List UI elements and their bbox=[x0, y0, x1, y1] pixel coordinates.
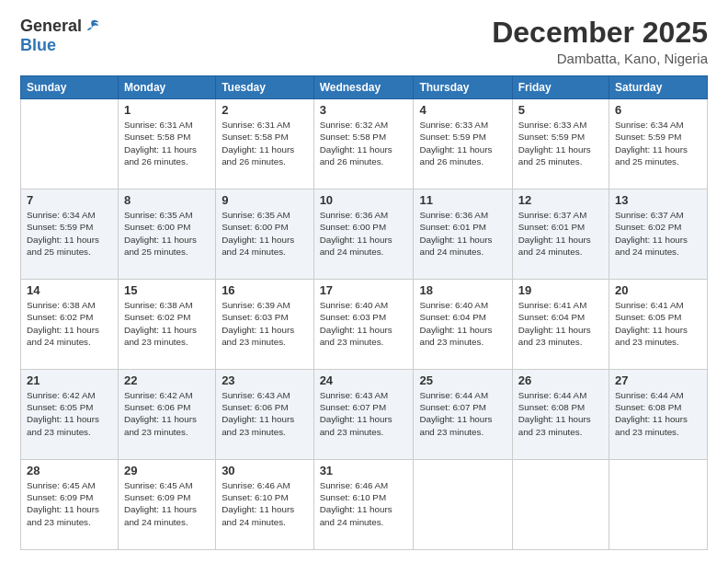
day-info: Sunrise: 6:36 AMSunset: 6:01 PMDaylight:… bbox=[419, 209, 506, 258]
calendar-day-header: Monday bbox=[118, 76, 215, 99]
day-info: Sunrise: 6:37 AMSunset: 6:02 PMDaylight:… bbox=[615, 209, 701, 258]
logo-bird-icon bbox=[84, 18, 100, 35]
day-info: Sunrise: 6:35 AMSunset: 6:00 PMDaylight:… bbox=[222, 209, 308, 258]
calendar-cell: 11Sunrise: 6:36 AMSunset: 6:01 PMDayligh… bbox=[414, 190, 512, 280]
day-number: 6 bbox=[615, 103, 701, 117]
day-info: Sunrise: 6:33 AMSunset: 5:59 PMDaylight:… bbox=[419, 119, 506, 167]
day-number: 22 bbox=[124, 373, 210, 387]
day-info: Sunrise: 6:46 AMSunset: 6:10 PMDaylight:… bbox=[320, 479, 408, 528]
calendar-cell: 22Sunrise: 6:42 AMSunset: 6:06 PMDayligh… bbox=[118, 370, 215, 460]
logo-general-text: General bbox=[20, 17, 82, 36]
day-number: 24 bbox=[320, 373, 408, 387]
calendar-cell: 20Sunrise: 6:41 AMSunset: 6:05 PMDayligh… bbox=[609, 280, 708, 370]
day-info: Sunrise: 6:38 AMSunset: 6:02 PMDaylight:… bbox=[27, 299, 112, 348]
day-number: 21 bbox=[27, 373, 112, 387]
day-number: 15 bbox=[124, 283, 210, 297]
calendar-cell bbox=[609, 460, 708, 550]
calendar-week-row: 7Sunrise: 6:34 AMSunset: 5:59 PMDaylight… bbox=[21, 190, 708, 280]
day-number: 25 bbox=[419, 373, 506, 387]
calendar-cell: 15Sunrise: 6:38 AMSunset: 6:02 PMDayligh… bbox=[118, 280, 215, 370]
day-info: Sunrise: 6:39 AMSunset: 6:03 PMDaylight:… bbox=[222, 299, 308, 348]
day-number: 3 bbox=[320, 103, 408, 117]
day-info: Sunrise: 6:43 AMSunset: 6:07 PMDaylight:… bbox=[320, 389, 408, 438]
day-number: 13 bbox=[615, 193, 701, 207]
page: General Blue December 2025 Dambatta, Kan… bbox=[0, 0, 728, 563]
calendar-cell bbox=[21, 99, 119, 190]
day-number: 5 bbox=[518, 103, 603, 117]
logo: General Blue bbox=[20, 17, 100, 55]
calendar-cell: 14Sunrise: 6:38 AMSunset: 6:02 PMDayligh… bbox=[21, 280, 119, 370]
day-info: Sunrise: 6:38 AMSunset: 6:02 PMDaylight:… bbox=[124, 299, 210, 348]
day-number: 30 bbox=[222, 464, 308, 477]
subtitle: Dambatta, Kano, Nigeria bbox=[492, 51, 708, 66]
day-number: 31 bbox=[320, 464, 408, 477]
day-info: Sunrise: 6:43 AMSunset: 6:06 PMDaylight:… bbox=[222, 389, 308, 438]
calendar-cell: 9Sunrise: 6:35 AMSunset: 6:00 PMDaylight… bbox=[216, 190, 314, 280]
day-info: Sunrise: 6:40 AMSunset: 6:04 PMDaylight:… bbox=[419, 299, 506, 348]
calendar-header-row: SundayMondayTuesdayWednesdayThursdayFrid… bbox=[21, 76, 708, 99]
calendar-week-row: 28Sunrise: 6:45 AMSunset: 6:09 PMDayligh… bbox=[21, 460, 708, 550]
day-info: Sunrise: 6:42 AMSunset: 6:05 PMDaylight:… bbox=[27, 389, 112, 438]
calendar-week-row: 14Sunrise: 6:38 AMSunset: 6:02 PMDayligh… bbox=[21, 280, 708, 370]
day-info: Sunrise: 6:46 AMSunset: 6:10 PMDaylight:… bbox=[222, 479, 308, 528]
calendar-cell: 12Sunrise: 6:37 AMSunset: 6:01 PMDayligh… bbox=[512, 190, 609, 280]
calendar-cell: 6Sunrise: 6:34 AMSunset: 5:59 PMDaylight… bbox=[609, 99, 708, 190]
calendar-day-header: Tuesday bbox=[216, 76, 314, 99]
day-info: Sunrise: 6:35 AMSunset: 6:00 PMDaylight:… bbox=[124, 209, 210, 258]
logo-blue-text: Blue bbox=[20, 36, 56, 55]
day-number: 9 bbox=[222, 193, 308, 207]
day-number: 27 bbox=[615, 373, 701, 387]
day-info: Sunrise: 6:33 AMSunset: 5:59 PMDaylight:… bbox=[518, 119, 603, 167]
day-number: 12 bbox=[518, 193, 603, 207]
calendar-cell: 17Sunrise: 6:40 AMSunset: 6:03 PMDayligh… bbox=[313, 280, 414, 370]
calendar-cell: 23Sunrise: 6:43 AMSunset: 6:06 PMDayligh… bbox=[216, 370, 314, 460]
calendar-cell: 29Sunrise: 6:45 AMSunset: 6:09 PMDayligh… bbox=[118, 460, 215, 550]
calendar-cell: 1Sunrise: 6:31 AMSunset: 5:58 PMDaylight… bbox=[118, 99, 215, 190]
day-info: Sunrise: 6:40 AMSunset: 6:03 PMDaylight:… bbox=[320, 299, 408, 348]
day-number: 2 bbox=[222, 103, 308, 117]
day-number: 4 bbox=[419, 103, 506, 117]
day-info: Sunrise: 6:42 AMSunset: 6:06 PMDaylight:… bbox=[124, 389, 210, 438]
calendar-cell: 21Sunrise: 6:42 AMSunset: 6:05 PMDayligh… bbox=[21, 370, 119, 460]
calendar-day-header: Sunday bbox=[21, 76, 119, 99]
day-info: Sunrise: 6:41 AMSunset: 6:05 PMDaylight:… bbox=[615, 299, 701, 348]
header: General Blue December 2025 Dambatta, Kan… bbox=[20, 17, 708, 66]
calendar-table: SundayMondayTuesdayWednesdayThursdayFrid… bbox=[20, 75, 708, 550]
day-number: 11 bbox=[419, 193, 506, 207]
day-number: 14 bbox=[27, 283, 112, 297]
calendar-cell: 3Sunrise: 6:32 AMSunset: 5:58 PMDaylight… bbox=[313, 99, 414, 190]
calendar-cell: 4Sunrise: 6:33 AMSunset: 5:59 PMDaylight… bbox=[414, 99, 512, 190]
calendar-cell: 24Sunrise: 6:43 AMSunset: 6:07 PMDayligh… bbox=[313, 370, 414, 460]
day-number: 20 bbox=[615, 283, 701, 297]
day-info: Sunrise: 6:36 AMSunset: 6:00 PMDaylight:… bbox=[320, 209, 408, 258]
day-number: 16 bbox=[222, 283, 308, 297]
day-number: 10 bbox=[320, 193, 408, 207]
day-number: 29 bbox=[124, 464, 210, 477]
day-info: Sunrise: 6:37 AMSunset: 6:01 PMDaylight:… bbox=[518, 209, 603, 258]
day-number: 28 bbox=[27, 464, 112, 477]
day-number: 17 bbox=[320, 283, 408, 297]
day-info: Sunrise: 6:44 AMSunset: 6:07 PMDaylight:… bbox=[419, 389, 506, 438]
day-info: Sunrise: 6:32 AMSunset: 5:58 PMDaylight:… bbox=[320, 119, 408, 167]
day-number: 18 bbox=[419, 283, 506, 297]
day-number: 8 bbox=[124, 193, 210, 207]
calendar-cell: 25Sunrise: 6:44 AMSunset: 6:07 PMDayligh… bbox=[414, 370, 512, 460]
calendar-cell: 26Sunrise: 6:44 AMSunset: 6:08 PMDayligh… bbox=[512, 370, 609, 460]
day-number: 23 bbox=[222, 373, 308, 387]
day-number: 26 bbox=[518, 373, 603, 387]
day-info: Sunrise: 6:31 AMSunset: 5:58 PMDaylight:… bbox=[124, 119, 210, 167]
calendar-cell: 2Sunrise: 6:31 AMSunset: 5:58 PMDaylight… bbox=[216, 99, 314, 190]
calendar-day-header: Thursday bbox=[414, 76, 512, 99]
calendar-cell: 30Sunrise: 6:46 AMSunset: 6:10 PMDayligh… bbox=[216, 460, 314, 550]
calendar-cell bbox=[512, 460, 609, 550]
day-info: Sunrise: 6:45 AMSunset: 6:09 PMDaylight:… bbox=[27, 479, 112, 528]
calendar-cell: 13Sunrise: 6:37 AMSunset: 6:02 PMDayligh… bbox=[609, 190, 708, 280]
calendar-day-header: Wednesday bbox=[313, 76, 414, 99]
main-title: December 2025 bbox=[492, 17, 708, 49]
calendar-week-row: 21Sunrise: 6:42 AMSunset: 6:05 PMDayligh… bbox=[21, 370, 708, 460]
calendar-cell: 10Sunrise: 6:36 AMSunset: 6:00 PMDayligh… bbox=[313, 190, 414, 280]
calendar-day-header: Saturday bbox=[609, 76, 708, 99]
calendar-day-header: Friday bbox=[512, 76, 609, 99]
day-info: Sunrise: 6:34 AMSunset: 5:59 PMDaylight:… bbox=[615, 119, 701, 167]
day-number: 7 bbox=[27, 193, 112, 207]
